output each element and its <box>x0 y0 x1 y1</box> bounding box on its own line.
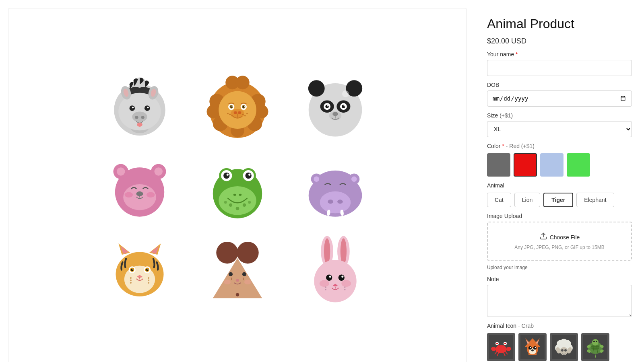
svg-point-123 <box>236 293 239 297</box>
animal-cell-lion <box>194 74 280 142</box>
note-label: Note <box>487 276 632 282</box>
svg-point-66 <box>124 192 132 198</box>
choose-file-label: Choose File <box>550 234 580 241</box>
bunny-icon <box>301 235 369 303</box>
svg-point-44 <box>246 113 248 114</box>
svg-point-10 <box>141 116 144 119</box>
name-input[interactable] <box>487 60 632 76</box>
color-group: Color * - Red (+$1) <box>487 143 632 177</box>
svg-point-92 <box>351 177 357 182</box>
dob-input[interactable] <box>487 90 632 107</box>
svg-point-78 <box>248 174 250 176</box>
upload-box[interactable]: Choose File Any JPG, JPEG, PNG, or GIF u… <box>487 222 632 261</box>
color-swatch-red[interactable] <box>514 153 537 177</box>
panda-icon <box>301 74 369 142</box>
choose-file-button[interactable]: Choose File <box>539 232 580 242</box>
svg-point-37 <box>238 111 242 114</box>
animal-cell-bunny <box>293 235 378 303</box>
svg-point-63 <box>117 167 125 175</box>
svg-point-132 <box>339 275 345 281</box>
svg-point-177 <box>564 349 567 352</box>
svg-point-144 <box>495 345 507 353</box>
svg-point-83 <box>224 201 227 204</box>
svg-point-138 <box>325 287 326 288</box>
svg-point-176 <box>561 349 564 352</box>
svg-point-82 <box>243 204 246 207</box>
animal-cell-panda <box>293 74 378 142</box>
svg-point-57 <box>333 112 339 116</box>
mouse-icon <box>203 235 272 303</box>
svg-point-7 <box>147 107 149 108</box>
svg-point-59 <box>342 90 349 97</box>
svg-point-120 <box>236 279 239 282</box>
note-textarea[interactable] <box>487 285 632 317</box>
zebra-icon <box>105 74 174 142</box>
animal-btn-elephant[interactable]: Elephant <box>576 193 614 207</box>
svg-point-116 <box>237 242 258 263</box>
animal-icon-fox[interactable] <box>518 333 547 361</box>
svg-point-187 <box>592 339 599 346</box>
color-label: Color * - Red (+$1) <box>487 143 632 149</box>
hippo-icon <box>301 154 369 223</box>
animal-btn-tiger[interactable]: Tiger <box>543 193 573 207</box>
svg-point-33 <box>231 106 233 107</box>
svg-point-5 <box>144 105 150 111</box>
svg-point-133 <box>329 276 331 278</box>
svg-point-119 <box>242 272 246 276</box>
svg-point-110 <box>148 277 149 279</box>
animal-label: Animal <box>487 182 632 189</box>
tiger-icon <box>105 235 174 303</box>
color-swatch-lightblue[interactable] <box>540 153 564 177</box>
animal-cell-zebra <box>97 74 182 142</box>
upload-sublabel: Upload your image <box>487 265 632 270</box>
svg-point-149 <box>496 343 498 344</box>
svg-point-9 <box>135 116 138 119</box>
svg-point-105 <box>147 269 149 270</box>
animal-icon-turtle[interactable] <box>581 333 609 361</box>
svg-point-54 <box>327 105 328 107</box>
svg-point-131 <box>326 275 332 281</box>
size-select[interactable]: XL S M L XXL <box>487 121 632 137</box>
gallery-panel <box>8 8 467 362</box>
svg-point-129 <box>341 239 347 265</box>
svg-point-136 <box>342 280 351 287</box>
product-price: $20.00 USD <box>487 37 632 45</box>
svg-point-118 <box>229 272 233 276</box>
svg-marker-117 <box>213 258 262 298</box>
svg-point-188 <box>593 341 595 342</box>
animal-icon-label: Animal Icon - Crab <box>487 323 632 329</box>
animal-btn-cat[interactable]: Cat <box>487 193 511 207</box>
color-swatch-darkgray[interactable] <box>487 153 510 177</box>
dob-group: DOB <box>487 82 632 107</box>
animal-btn-lion[interactable]: Lion <box>514 193 540 207</box>
svg-point-46 <box>308 80 325 97</box>
note-group: Note <box>487 276 632 317</box>
svg-point-55 <box>344 105 345 107</box>
svg-point-135 <box>320 280 329 287</box>
svg-point-8 <box>132 112 147 122</box>
upload-icon <box>539 232 547 242</box>
svg-point-85 <box>233 194 236 196</box>
name-group: Your name * <box>487 51 632 76</box>
svg-point-128 <box>324 239 330 265</box>
animal-cell-frog <box>194 154 280 223</box>
animal-cell-tiger <box>97 235 182 303</box>
animal-cell-hippo <box>293 154 378 223</box>
svg-point-6 <box>132 107 134 108</box>
animal-icon-sheep[interactable] <box>550 333 578 361</box>
color-swatch-green[interactable] <box>567 153 590 177</box>
svg-point-36 <box>234 111 237 114</box>
svg-point-109 <box>130 282 131 284</box>
svg-point-79 <box>219 186 256 215</box>
animal-icon-crab[interactable] <box>487 333 515 361</box>
size-label: Size (+$1) <box>487 112 632 119</box>
animal-grid <box>97 74 378 303</box>
svg-point-134 <box>342 276 344 278</box>
svg-point-76 <box>246 173 252 179</box>
svg-point-108 <box>130 280 131 281</box>
svg-point-141 <box>344 289 345 290</box>
svg-point-40 <box>231 115 233 116</box>
svg-point-111 <box>148 280 149 281</box>
svg-point-175 <box>560 347 568 355</box>
svg-point-42 <box>244 115 246 116</box>
